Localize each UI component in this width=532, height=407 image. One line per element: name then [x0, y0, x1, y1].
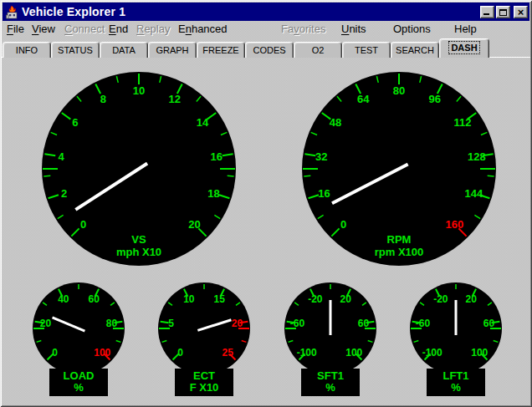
gauge-lft1-tick-label: -60 — [416, 318, 431, 329]
gauge-load-svg: 020406080100LOAD% — [28, 282, 129, 399]
tab-dash[interactable]: DASH — [439, 38, 489, 58]
gauge-vs-unit-label: mph X10 — [116, 246, 161, 258]
gauge-vs-tick-label: 16 — [211, 150, 223, 163]
gauge-lft1-name-label: LFT1 — [442, 369, 468, 382]
tab-status[interactable]: STATUS — [51, 42, 100, 58]
gauge-rpm-tick-label: 0 — [340, 218, 346, 231]
gauge-sft1: -100-60-202060100SFT1% — [280, 282, 381, 399]
tab-graph[interactable]: GRAPH — [148, 42, 197, 58]
maximize-icon — [499, 9, 507, 16]
gauge-rpm-tick-label: 144 — [465, 187, 483, 200]
gauge-vs-tick-label: 10 — [133, 84, 145, 97]
gauge-load-name-label: LOAD — [64, 369, 95, 382]
gauge-ect-tick-label: 15 — [213, 293, 225, 305]
gauge-ect-tick-label: 25 — [223, 347, 234, 359]
tab-freeze[interactable]: FREEZE — [197, 42, 245, 58]
gauge-vs-tick-label: 18 — [207, 187, 219, 200]
gauge-sft1-tick-label: -60 — [290, 318, 305, 329]
menu-enhanced[interactable]: Enhanced — [178, 23, 228, 35]
gauge-rpm-tick-label: 16 — [318, 187, 330, 200]
gauge-load-tick-label: 40 — [58, 293, 69, 305]
tab-o2[interactable]: O2 — [294, 42, 342, 58]
gauge-load-tick-label: 60 — [88, 293, 100, 305]
gauge-rpm: 0163248648096112128144160RPMrpm X100 — [302, 72, 496, 266]
gauge-sft1-unit-label: % — [325, 381, 335, 394]
menu-file[interactable]: File — [7, 23, 24, 35]
gauge-vs-name-label: VS — [131, 233, 146, 246]
gauge-rpm-tick-label: 32 — [315, 150, 327, 163]
close-icon: × — [514, 6, 527, 18]
gauge-sft1-name-label: SFT1 — [317, 369, 344, 382]
gauge-lft1-svg: -100-60-202060100LFT1% — [406, 282, 506, 399]
gauge-load-tick-label: 80 — [106, 318, 118, 329]
gauge-vs-tick-label: 20 — [188, 218, 200, 231]
gauge-load: 020406080100LOAD% — [28, 282, 129, 399]
gauge-sft1-svg: -100-60-202060100SFT1% — [280, 282, 381, 399]
menu-view[interactable]: View — [32, 23, 55, 35]
gauge-rpm-name-label: RPM — [387, 233, 412, 246]
app-window: Vehicle Explorer 1 × FileViewConnectEndR… — [0, 0, 532, 407]
gauge-vs-svg: 02468101214161820VSmph X10 — [42, 72, 236, 266]
gauge-sft1-tick-label: 100 — [345, 347, 362, 359]
gauge-vs-tick-label: 14 — [197, 116, 209, 129]
tab-test[interactable]: TEST — [342, 42, 391, 58]
gauge-vs-tick-label: 6 — [72, 116, 78, 129]
menu-bar: FileViewConnectEndReplayEnhancedFavorite… — [0, 23, 532, 38]
gauge-vehicle-speed: 02468101214161820VSmph X10 — [42, 72, 236, 266]
gauge-lft1-tick-label: -100 — [422, 347, 442, 359]
gauge-vs-tick-label: 4 — [59, 150, 65, 163]
minimize-button[interactable] — [480, 6, 494, 18]
gauge-vs-tick-label: 12 — [168, 93, 180, 105]
gauge-lft1-tick-label: -20 — [433, 293, 448, 305]
gauge-ect-tick-label: 10 — [183, 293, 195, 305]
minimize-icon — [483, 13, 489, 15]
gauge-lft1-unit-label: % — [451, 381, 461, 394]
gauge-ect: 0510152025ECTF X10 — [154, 282, 254, 399]
tab-codes[interactable]: CODES — [245, 42, 294, 58]
gauge-ect-tick-label: 20 — [232, 318, 243, 329]
gauge-sft1-tick-label: 20 — [340, 293, 351, 305]
title-bar[interactable]: Vehicle Explorer 1 × — [3, 3, 529, 21]
tab-search[interactable]: SEARCH — [391, 42, 439, 58]
gauge-ect-tick-label: 5 — [168, 318, 174, 329]
menu-replay: Replay — [136, 23, 170, 35]
gauge-load-tick-label: 20 — [40, 318, 52, 329]
gauge-lft1-tick-label: 20 — [465, 293, 477, 305]
gauge-vs-tick-label: 2 — [61, 187, 67, 200]
maximize-button[interactable] — [496, 6, 510, 18]
gauge-ect-tick-label: 0 — [177, 347, 183, 359]
gauge-load-tick-label: 0 — [52, 347, 58, 359]
tab-info[interactable]: INFO — [3, 42, 51, 58]
vehicle-flame-icon[interactable] — [5, 5, 19, 19]
gauge-rpm-unit-label: rpm X100 — [375, 246, 424, 258]
gauge-load-tick-label: 100 — [94, 347, 110, 359]
gauge-rpm-tick-label: 128 — [468, 150, 486, 163]
gauge-rpm-tick-label: 64 — [357, 93, 370, 105]
gauge-vs-tick-label: 8 — [100, 93, 106, 105]
gauge-load-unit-label: % — [74, 381, 84, 394]
tab-data[interactable]: DATA — [100, 42, 148, 58]
gauge-sft1-tick-label: 60 — [358, 318, 370, 329]
gauge-lft1-tick-label: 100 — [471, 347, 488, 359]
window-title: Vehicle Explorer 1 — [22, 5, 480, 18]
gauge-lft1: -100-60-202060100LFT1% — [406, 282, 506, 399]
gauge-vs-tick-label: 0 — [80, 218, 86, 231]
menu-connect: Connect — [64, 23, 105, 35]
gauge-ect-unit-label: F X10 — [190, 381, 219, 394]
menu-units[interactable]: Units — [341, 23, 366, 35]
menu-end[interactable]: End — [109, 23, 128, 35]
close-button[interactable]: × — [514, 6, 528, 18]
tab-strip: INFOSTATUSDATAGRAPHFREEZECODESO2TESTSEAR… — [3, 38, 489, 58]
gauge-rpm-svg: 0163248648096112128144160RPMrpm X100 — [302, 72, 496, 266]
gauge-ect-name-label: ECT — [193, 369, 215, 382]
gauge-rpm-tick-label: 112 — [454, 116, 472, 129]
gauge-rpm-tick-label: 48 — [330, 116, 341, 129]
gauge-ect-svg: 0510152025ECTF X10 — [154, 282, 254, 399]
menu-options[interactable]: Options — [393, 23, 431, 35]
gauge-sft1-tick-label: -100 — [297, 347, 317, 359]
menu-help[interactable]: Help — [454, 23, 477, 35]
menu-favorites: Favorites — [281, 23, 325, 35]
tab-label-selected: DASH — [449, 42, 478, 53]
gauge-rpm-tick-label: 80 — [393, 84, 405, 97]
gauge-rpm-tick-label: 96 — [428, 93, 440, 105]
